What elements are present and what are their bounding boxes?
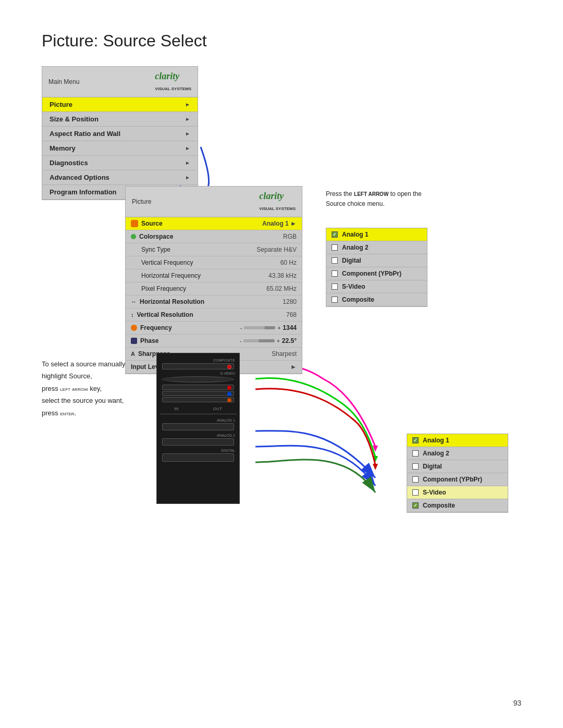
picture-menu-pixelfreq: Pixel Frequency 65.02 MHz (126, 282, 302, 295)
instruction-line2: highlight Source, (42, 372, 92, 380)
menu-item-diagnostics-label: Diagnostics (50, 159, 88, 167)
source-label: Source (141, 220, 163, 227)
page-number: 93 (513, 699, 521, 707)
menu-item-advanced-options[interactable]: Advanced Options ► (42, 170, 198, 185)
vertfreq-label: Vertical Frequency (141, 259, 193, 266)
svideo-label-top: S-Video (342, 283, 365, 290)
source-choice-svideo-bottom[interactable]: S-Video (407, 486, 508, 499)
picture-menu-vertfreq: Vertical Frequency 60 Hz (126, 256, 302, 269)
composite-label-bottom: Composite (423, 502, 455, 509)
component-label-top: Component (YPbPr) (342, 270, 401, 277)
analog2-checkbox-top (332, 244, 338, 251)
menu-item-memory-arrow: ► (185, 145, 190, 151)
picture-menu-phase[interactable]: Phase - + 22.5° (126, 335, 302, 348)
menu-item-memory[interactable]: Memory ► (42, 141, 198, 156)
pixelfreq-value: 65.02 MHz (266, 285, 297, 292)
composite-checkbox-bottom (412, 502, 419, 509)
menu-item-diagnostics-arrow: ► (185, 160, 190, 166)
bottom-section: To select a source manually, highlight S… (0, 353, 563, 513)
frequency-icon (131, 325, 137, 331)
menu-item-advanced-arrow: ► (185, 175, 190, 180)
phase-icon (131, 338, 137, 344)
picture-menu-frequency[interactable]: Frequency - + 1344 (126, 322, 302, 335)
analog1-label-hw: ANALOG 1 (157, 418, 239, 422)
picture-menu-colorspace[interactable]: Colorspace RGB (126, 230, 302, 243)
vres-label: Vertical Resolution (137, 311, 193, 318)
svideo-port (162, 376, 234, 382)
picture-menu-header: Picture clarityVISUAL SYSTEMS (126, 187, 302, 217)
menu-header: Main Menu clarityVISUAL SYSTEMS (42, 67, 198, 97)
hw-divider (160, 414, 237, 414)
menu-item-size-position-label: Size & Position (50, 115, 99, 123)
picture-menu-horizfreq: Horizontal Frequency 43.38 kHz (126, 269, 302, 282)
composite-label: COMPOSITE (157, 359, 239, 362)
source-choice-svideo-top[interactable]: S-Video (326, 280, 427, 293)
component-y-port (162, 385, 234, 390)
menu-item-size-position[interactable]: Size & Position ► (42, 112, 198, 127)
main-menu-logo: clarityVISUAL SYSTEMS (155, 71, 191, 93)
component-pr-port (162, 397, 234, 402)
input-levels-arrow: ► (290, 363, 297, 371)
menu-header-text: Main Menu (48, 78, 79, 85)
source-choice-component-bottom[interactable]: Component (YPbPr) (407, 473, 508, 486)
phase-label: Phase (140, 337, 158, 344)
frequency-value: 1344 (283, 324, 297, 331)
menu-item-picture-arrow: ► (185, 102, 190, 107)
picture-menu-hres[interactable]: ↔ Horizontal Resolution 1280 (126, 295, 302, 309)
press-instruction: Press the left arrow to open the Source … (326, 189, 422, 209)
hres-icon: ↔ (131, 299, 137, 305)
vres-icon: ↕ (131, 312, 134, 318)
menu-item-program-label: Program Information (50, 188, 117, 196)
digital-checkbox-bottom (412, 463, 419, 470)
svideo-label-bottom: S-Video (423, 489, 446, 496)
instruction-line3: press left arrow key, (42, 385, 102, 392)
svideo-checkbox-bottom (412, 489, 419, 496)
frequency-label: Frequency (140, 324, 172, 331)
hres-label: Horizontal Resolution (140, 298, 204, 305)
analog1-label-top: Analog 1 (342, 231, 369, 238)
source-choice-composite-top[interactable]: Composite (326, 293, 427, 306)
picture-menu-header-text: Picture (132, 198, 151, 205)
source-choice-analog1-bottom[interactable]: Analog 1 (407, 434, 508, 447)
source-choice-panel-top: Analog 1 Analog 2 Digital Component (YPb… (326, 228, 427, 307)
horizfreq-value: 43.38 kHz (268, 272, 297, 279)
analog2-label-bottom: Analog 2 (423, 450, 449, 457)
menu-item-aspect-arrow: ► (185, 131, 190, 137)
menu-item-aspect-ratio[interactable]: Aspect Ratio and Wall ► (42, 127, 198, 141)
menu-item-picture-label: Picture (50, 101, 72, 108)
picture-menu-logo: clarityVISUAL SYSTEMS (259, 191, 296, 213)
sharpness-value: Sharpest (272, 350, 297, 357)
source-choice-digital-bottom[interactable]: Digital (407, 460, 508, 473)
synctype-value: Separate H&V (256, 246, 297, 253)
source-choice-component-top[interactable]: Component (YPbPr) (326, 267, 427, 280)
digital-label-bottom: Digital (423, 463, 442, 470)
source-value: Analog 1 ► (262, 220, 297, 227)
menu-item-memory-label: Memory (50, 144, 76, 152)
colored-arrows-svg (250, 353, 396, 504)
svideo-checkbox-top (332, 283, 338, 290)
hres-value: 1280 (283, 298, 297, 305)
svg-marker-3 (373, 464, 378, 470)
source-choice-digital-top[interactable]: Digital (326, 254, 427, 267)
picture-menu-panel: Picture clarityVISUAL SYSTEMS Source Ana… (125, 186, 302, 374)
source-choice-analog1-top[interactable]: Analog 1 (326, 228, 427, 241)
synctype-label: Sync Type (141, 246, 170, 253)
component-pb-port (162, 391, 234, 396)
colorspace-value: RGB (283, 233, 297, 240)
digital-label-hw: DIGITAL (157, 449, 239, 452)
main-menu-items: Picture ► Size & Position ► Aspect Ratio… (42, 97, 198, 200)
picture-menu-source[interactable]: Source Analog 1 ► (126, 217, 302, 230)
picture-menu-vres[interactable]: ↕ Vertical Resolution 768 (126, 309, 302, 322)
source-choice-analog2-bottom[interactable]: Analog 2 (407, 447, 508, 460)
composite-port (162, 363, 234, 369)
analog1-checkbox-top (332, 231, 338, 238)
component-checkbox-top (332, 270, 338, 277)
composite-label-top: Composite (342, 296, 374, 303)
menu-item-diagnostics[interactable]: Diagnostics ► (42, 156, 198, 170)
source-choice-composite-bottom[interactable]: Composite (407, 499, 508, 512)
horizfreq-label: Horizontal Frequency (141, 272, 201, 279)
digital-label-top: Digital (342, 257, 361, 264)
source-choice-analog2-top[interactable]: Analog 2 (326, 241, 427, 254)
digital-port (162, 453, 234, 462)
menu-item-picture[interactable]: Picture ► (42, 97, 198, 112)
